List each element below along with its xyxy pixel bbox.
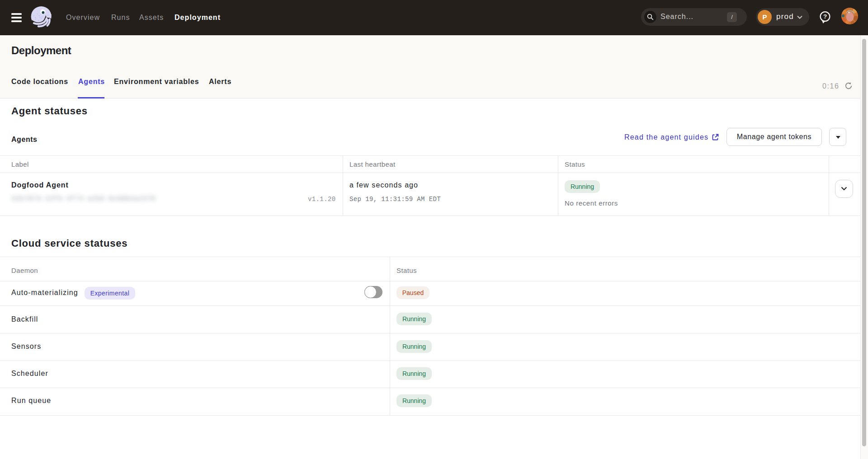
svg-text:?: ? [823,13,827,20]
